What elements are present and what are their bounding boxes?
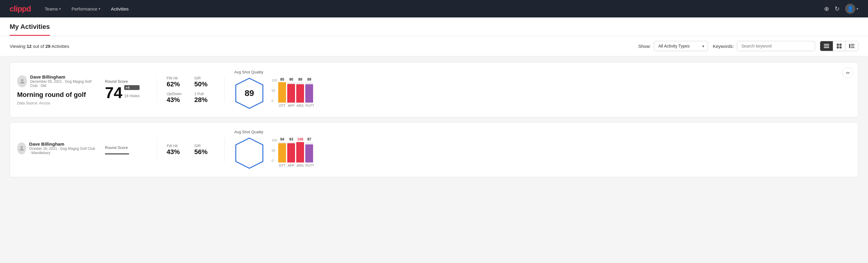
one-putt-stat: 1 Putt 28%: [194, 92, 215, 104]
user-menu[interactable]: 👤 ▾: [845, 4, 858, 14]
activity-type-select[interactable]: All Activity Types: [654, 41, 708, 51]
activity-type-select-wrap: All Activity Types: [654, 41, 708, 51]
card2-fw-hit-stat: FW Hit 43%: [166, 144, 187, 156]
avatar2: [17, 142, 26, 154]
bar-putt-value: 89: [307, 77, 311, 82]
svg-rect-10: [851, 47, 855, 48]
card2-bar-arg-fill: [296, 142, 304, 163]
card2-chart-x-app: APP: [287, 164, 295, 167]
card2-chart-y-0: 0: [272, 159, 277, 163]
card2-divider: [157, 138, 157, 162]
svg-point-11: [21, 79, 23, 81]
card2-gir-stat: GIR 56%: [194, 144, 215, 156]
card2-bar-ott: 94: [278, 137, 286, 163]
user-info: Dave Billingham December 05, 2021 · Gog …: [30, 74, 95, 88]
nav-teams[interactable]: Teams ▾: [40, 4, 65, 14]
view-list-compact-button[interactable]: [820, 41, 833, 51]
bar-ott: 85: [278, 77, 286, 103]
nav-icon-group: ⊕ ↻ 👤 ▾: [824, 4, 858, 14]
activity-title: Morning round of golf: [17, 91, 95, 99]
nav-performance[interactable]: Performance ▾: [67, 4, 104, 14]
card2-bar-putt: 87: [305, 137, 313, 163]
chart-y-0: 0: [272, 99, 277, 103]
add-button[interactable]: ⊕: [824, 5, 829, 12]
card2-fw-hit-label: FW Hit: [166, 144, 187, 148]
svg-rect-9: [851, 46, 855, 47]
gir-value: 50%: [194, 80, 215, 88]
bar-arg: 89: [296, 77, 304, 103]
card2-chart-x-putt: PUTT: [305, 164, 314, 167]
page-title: My Activities: [10, 23, 50, 31]
svg-rect-0: [824, 44, 829, 45]
card2-avg-shot-quality-section: Avg Shot Quality 100 50 0: [234, 130, 314, 170]
avg-shot-quality-section: Avg Shot Quality 89 100 50 0: [234, 70, 314, 110]
svg-rect-8: [851, 44, 855, 45]
card2-chart-x-arg: ARG: [296, 164, 304, 167]
card2-bar-ott-value: 94: [280, 137, 284, 141]
fw-hit-stat: FW Hit 62%: [166, 76, 187, 88]
card2-chart-area: 100 50 0 94 93: [272, 133, 314, 167]
chart-x-arg: ARG: [296, 104, 304, 108]
chart-y-100: 100: [272, 79, 277, 82]
bar-app-value: 90: [289, 77, 293, 82]
fw-hit-value: 62%: [166, 80, 187, 88]
card2-quality-col: Avg Shot Quality: [234, 130, 265, 170]
svg-rect-4: [839, 43, 841, 46]
avg-shot-label: Avg Shot Quality: [234, 70, 265, 74]
viewing-count-text: Viewing 12 out of 29 Activities: [10, 43, 633, 49]
chart-x-putt: PUTT: [305, 104, 314, 108]
show-label: Show:: [638, 43, 651, 49]
card2-bar-ott-fill: [278, 143, 286, 163]
svg-rect-3: [837, 43, 839, 46]
user-row: Dave Billingham December 05, 2021 · Gog …: [17, 74, 95, 88]
round-score-wrap: 74 +4 18 Holes: [105, 85, 147, 100]
user2-date: October 16, 2021 · Gog Magog Golf Club ·…: [29, 147, 95, 155]
divider: [157, 78, 157, 102]
chart-area: 100 50 0 85 90: [272, 72, 314, 108]
edit-button[interactable]: ✏: [842, 67, 853, 78]
divider2: [224, 78, 225, 102]
bar-putt: 89: [305, 77, 313, 103]
card2-score-placeholder: [105, 153, 129, 154]
avatar: 👤: [845, 4, 856, 14]
activities-content: ✏ Dave Billingham December 05, 2021 · Go…: [0, 56, 868, 188]
card2-stats-grid: FW Hit 43% GIR 56%: [166, 144, 215, 156]
view-grid-button[interactable]: [833, 41, 845, 51]
avatar-chevron-icon: ▾: [857, 7, 858, 11]
performance-chevron-icon: ▾: [99, 7, 100, 10]
card2-bar-app-fill: [287, 143, 295, 162]
card2-bar-arg: 106: [296, 137, 304, 163]
bar-app: 90: [287, 77, 295, 103]
card2-bar-app-value: 93: [289, 137, 293, 141]
chart-x-ott: OTT: [278, 104, 286, 108]
card2-gir-value: 56%: [194, 148, 215, 156]
card2-fw-hit-value: 43%: [166, 148, 187, 156]
card2-round-score-section: Round Score: [105, 145, 147, 154]
chart-x-app: APP: [287, 104, 295, 108]
card2-quality-hexagon: [234, 137, 265, 170]
one-putt-label: 1 Putt: [194, 92, 215, 96]
logo: clippd: [10, 4, 31, 13]
gir-stat: GIR 50%: [194, 76, 215, 88]
round-score-section: Round Score 74 +4 18 Holes: [105, 79, 147, 100]
svg-marker-14: [236, 138, 263, 168]
card2-bar-arg-value: 106: [297, 137, 303, 141]
view-toggle-group: [820, 41, 858, 51]
keywords-filter: Keywords:: [713, 41, 815, 51]
card2-bar-putt-fill: [305, 144, 313, 162]
nav-activities[interactable]: Activities: [107, 4, 133, 14]
chart-y-50: 50: [272, 89, 277, 92]
card2-chart-x-labels: OTT APP ARG PUTT: [278, 164, 314, 167]
fw-hit-label: FW Hit: [166, 76, 187, 80]
card2-chart-x-ott: OTT: [278, 164, 286, 167]
one-putt-value: 28%: [194, 96, 215, 104]
view-list-full-button[interactable]: [845, 41, 858, 51]
score-diff-badge: +4: [124, 85, 140, 90]
card2-round-score-label: Round Score: [105, 145, 147, 150]
keywords-input[interactable]: [737, 41, 815, 51]
quality-col: Avg Shot Quality 89: [234, 70, 265, 110]
user2-name: Dave Billingham: [29, 141, 95, 147]
refresh-button[interactable]: ↻: [835, 5, 840, 12]
svg-rect-6: [839, 46, 841, 49]
card2-bar-chart: 94 93 106: [278, 139, 313, 163]
